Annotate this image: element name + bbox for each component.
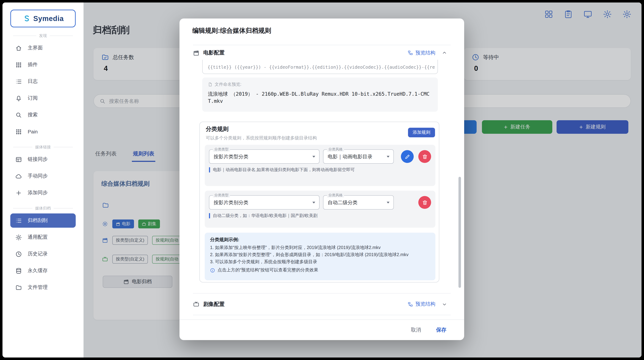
gear-icon	[15, 234, 22, 241]
trash-icon	[422, 154, 428, 160]
folder-icon	[15, 284, 22, 291]
modal-scrollbar-thumb[interactable]	[458, 177, 461, 288]
select-floating-label: 分类类型	[213, 147, 230, 152]
delete-rule-button[interactable]	[418, 150, 431, 163]
select-value: 按影片类型分类	[209, 150, 319, 163]
sidebar-item-pain[interactable]: Pain	[10, 125, 76, 139]
select-value: 按影片类别分类	[209, 196, 319, 209]
cancel-button[interactable]: 取消	[411, 326, 421, 333]
sidebar-item-label: 插件	[28, 62, 38, 68]
sidebar-item-archive-scrape[interactable]: 归档刮削	[10, 213, 76, 228]
chevron-down-icon[interactable]	[442, 301, 447, 307]
sidebar-item-label: 主界面	[28, 45, 43, 51]
chevron-up-icon[interactable]	[442, 50, 447, 56]
filename-preview-box: 文件命名预览: 流浪地球 （2019） - 2160p.WEB-DL.BluRa…	[202, 78, 438, 112]
movie-preview-structure-link[interactable]: 预览结构	[408, 50, 436, 56]
preview-structure-label: 预览结构	[416, 50, 436, 56]
grid-dots-icon	[15, 128, 22, 135]
series-config-section-header[interactable]: 剧集配置 预览结构	[193, 293, 451, 315]
logo[interactable]: Symedia	[10, 10, 76, 27]
series-config-title-group: 剧集配置	[193, 301, 224, 307]
classify-style-select[interactable]: 分类风格 自动二级分类	[323, 195, 394, 210]
delete-rule-button[interactable]	[418, 196, 431, 209]
sidebar-item-subscriptions[interactable]: 订阅	[10, 91, 76, 105]
sidebar-item-label: 链接同步	[28, 156, 48, 163]
sidebar-item-label: 订阅	[28, 95, 38, 101]
save-button[interactable]: 保存	[436, 326, 446, 333]
rule-example-item: 2. 如果再添加“按影片类型整理”，则会形成两级目录，如：2019/电影/流浪地…	[210, 252, 430, 257]
sidebar-item-label: 归档刮削	[28, 217, 48, 224]
series-config-title: 剧集配置	[203, 301, 224, 307]
sidebar-item-plugins[interactable]: 插件	[10, 58, 76, 72]
sidebar-item-general-config[interactable]: 通用配置	[10, 230, 76, 244]
movie-config-title-group: 电影配置	[193, 50, 224, 56]
sidebar-item-label: 日志	[28, 78, 38, 85]
chevron-down-icon	[387, 156, 390, 158]
select-value: 自动二级分类	[324, 196, 394, 209]
rule-selects: 分类类型 按影片类型分类 分类风格 电影｜动画电影目录	[209, 149, 431, 164]
classify-type-select[interactable]: 分类类型 按影片类别分类	[209, 195, 320, 210]
rule-example-item: 3. 可以添加多个分类规则，系统会按顺序创建多级目录	[210, 259, 430, 264]
sidebar-item-label: 搜索	[28, 112, 38, 118]
rule-help-text: 自动二级分类，如：华语电影/欧美电影｜国产剧/欧美剧	[209, 213, 431, 218]
rule-example-title: 分类规则示例:	[210, 237, 430, 243]
clock-icon	[15, 251, 22, 257]
classify-type-select[interactable]: 分类类型 按影片类型分类	[209, 149, 320, 164]
edit-rule-button[interactable]	[401, 150, 414, 163]
sidebar-item-home[interactable]: 主界面	[10, 41, 76, 55]
sidebar-item-link-sync[interactable]: 链接同步	[10, 152, 76, 166]
naming-template-value: {{title}} ({{year}}) - {{videoFormat}}.{…	[208, 64, 435, 70]
list-icon	[15, 78, 22, 85]
add-rule-button[interactable]: 添加规则	[408, 128, 435, 137]
classification-rules-subtitle: 可以多个分类规则，系统按照规则顺序创建多级目录结构	[206, 135, 317, 141]
tv-icon	[193, 301, 200, 307]
sidebar-item-label: 添加同步	[28, 190, 48, 196]
modal-title: 编辑规则:综合媒体归档规则	[192, 26, 271, 35]
rule-help-text: 电影｜动画电影目录名,如果将动漫归类到电影下面，则将动画电影留空即可	[209, 167, 431, 173]
sidebar-item-history[interactable]: 历史记录	[10, 247, 76, 261]
select-value: 电影｜动画电影目录	[324, 150, 394, 163]
classification-rule-row-1: 分类类型 按影片类型分类 分类风格 电影｜动画电影目录	[205, 145, 436, 186]
edit-rule-modal: 编辑规则:综合媒体归档规则 电影配置 预览结构 {{title}} ({{yea…	[180, 19, 464, 340]
filename-preview-label: 文件命名预览:	[215, 82, 242, 88]
tree-structure-icon	[408, 301, 413, 307]
sidebar-item-manual-sync[interactable]: 手动同步	[10, 169, 76, 183]
rule-example-note-text: 点击上方的“预览结构”按钮可以查看完整的分类效果	[218, 267, 318, 273]
info-icon	[210, 268, 215, 273]
sidebar: Symedia 发现 主界面 插件 日志 订阅 搜索	[2, 3, 84, 357]
screen: Symedia 发现 主界面 插件 日志 订阅 搜索	[0, 0, 644, 360]
sidebar-item-search[interactable]: 搜索	[10, 108, 76, 122]
sidebar-item-label: 历史记录	[28, 251, 48, 257]
naming-template-clip: {{title}} ({{year}}) - {{videoFormat}}.{…	[202, 60, 438, 74]
rule-example-item: 1. 如果添加“按上映年份整理”，影片分类到对应，2019/流浪地球 (2019…	[210, 245, 430, 250]
bell-icon	[15, 95, 22, 102]
trash-icon	[422, 199, 428, 205]
classify-style-select[interactable]: 分类风格 电影｜动画电影目录	[323, 149, 394, 164]
movie-config-section-header[interactable]: 电影配置 预览结构	[193, 45, 451, 61]
filename-preview-value: 流浪地球 （2019） - 2160p.WEB-DL.BluRay Remux.…	[208, 90, 432, 105]
sidebar-item-add-sync[interactable]: 添加同步	[10, 186, 76, 200]
sidebar-section-media-archive: 媒体归档	[13, 206, 73, 211]
grid-dots-icon	[15, 61, 22, 68]
search-icon	[15, 112, 22, 118]
sidebar-item-permanent-cache[interactable]: 永久缓存	[10, 264, 76, 278]
clapperboard-icon	[193, 50, 200, 56]
select-floating-label: 分类类型	[213, 193, 230, 197]
sidebar-item-label: 文件管理	[28, 284, 48, 291]
series-preview-structure-link[interactable]: 预览结构	[408, 301, 436, 307]
chevron-down-icon	[312, 202, 315, 203]
select-floating-label: 分类风格	[327, 193, 344, 197]
document-icon	[208, 82, 212, 87]
app-window: Symedia 发现 主界面 插件 日志 订阅 搜索	[2, 3, 642, 357]
rule-actions	[418, 196, 431, 209]
list-icon	[15, 217, 22, 224]
sidebar-section-discover: 发现	[13, 33, 73, 39]
classification-rule-row-2: 分类类型 按影片类别分类 分类风格 自动二级分类	[205, 191, 436, 228]
sidebar-item-logs[interactable]: 日志	[10, 74, 76, 89]
modal-footer: 取消 保存	[180, 319, 464, 340]
home-icon	[15, 45, 22, 51]
sidebar-item-file-manager[interactable]: 文件管理	[10, 280, 76, 294]
tree-structure-icon	[408, 50, 413, 56]
classification-rules-card: 分类规则 可以多个分类规则，系统按照规则顺序创建多级目录结构 添加规则 分类类型…	[200, 122, 439, 282]
naming-template-input[interactable]: {{title}} ({{year}}) - {{videoFormat}}.{…	[202, 60, 438, 74]
